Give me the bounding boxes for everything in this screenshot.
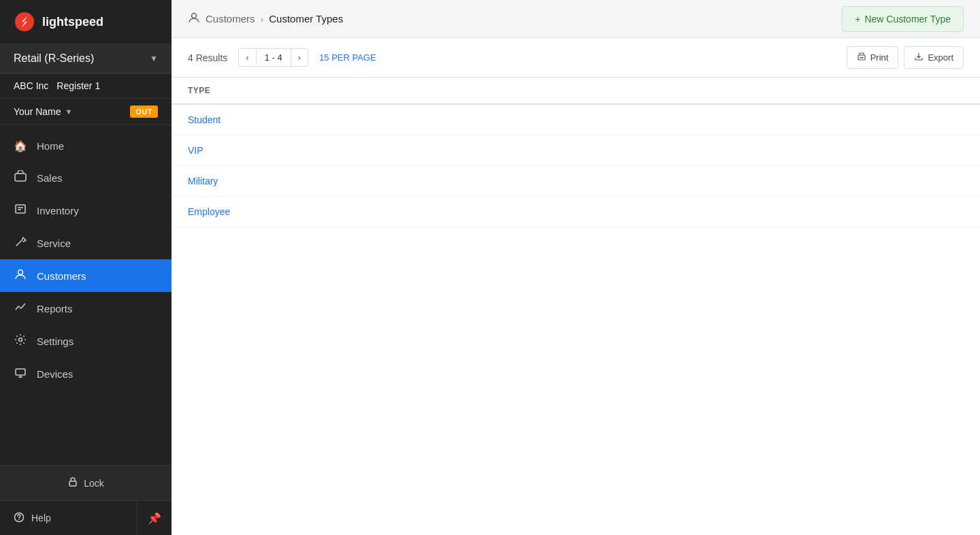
table-row: Student <box>172 104 980 135</box>
devices-icon <box>14 366 27 381</box>
sidebar-item-customers-label: Customers <box>37 270 86 282</box>
table-header-row: TYPE <box>172 78 980 104</box>
store-selector[interactable]: Retail (R-Series) ▼ <box>0 44 172 74</box>
table-row: Military <box>172 166 980 197</box>
results-bar: 4 Results ‹ 1 - 4 › 15 PER PAGE Print <box>172 38 980 78</box>
help-icon <box>14 512 24 525</box>
print-button[interactable]: Print <box>847 46 899 69</box>
table-row: VIP <box>172 135 980 166</box>
register-name: Register 1 <box>56 80 100 91</box>
page-prev-button[interactable]: ‹ <box>239 50 256 65</box>
type-column-header: TYPE <box>172 78 980 104</box>
breadcrumb-parent[interactable]: Customers <box>206 13 255 25</box>
export-label: Export <box>928 52 953 63</box>
sidebar-item-devices-label: Devices <box>37 368 73 380</box>
svg-point-9 <box>192 13 197 18</box>
home-icon: 🏠 <box>14 140 27 152</box>
pagination: ‹ 1 - 4 › <box>238 48 308 67</box>
company-name: ABC Inc <box>14 80 48 91</box>
svg-point-3 <box>18 270 23 275</box>
plus-icon: + <box>855 14 860 25</box>
sidebar-item-service-label: Service <box>37 238 71 249</box>
settings-icon <box>14 334 27 348</box>
pin-button[interactable]: 📌 <box>136 501 172 535</box>
user-chevron-icon: ▼ <box>65 108 73 116</box>
customer-type-link-0[interactable]: Student <box>188 114 220 125</box>
main-content: Customers › Customer Types + New Custome… <box>172 0 980 535</box>
sidebar-item-devices[interactable]: Devices <box>0 357 172 390</box>
lock-icon <box>67 476 78 489</box>
svg-rect-1 <box>15 174 26 181</box>
svg-point-0 <box>15 12 34 31</box>
svg-rect-5 <box>16 369 25 375</box>
breadcrumb-icon <box>188 12 200 27</box>
sidebar-item-settings[interactable]: Settings <box>0 325 172 357</box>
user-row: ABC Inc Register 1 <box>0 74 172 99</box>
customer-types-table: TYPE StudentVIPMilitaryEmployee <box>172 78 980 227</box>
customer-type-link-2[interactable]: Military <box>188 176 218 187</box>
svg-rect-11 <box>860 57 864 59</box>
nav-items: 🏠 Home Sales Inventory <box>0 125 172 465</box>
print-label: Print <box>870 52 889 63</box>
top-bar: Customers › Customer Types + New Custome… <box>172 0 980 38</box>
sidebar-item-settings-label: Settings <box>37 336 74 347</box>
user-info[interactable]: ABC Inc Register 1 <box>14 80 100 91</box>
sidebar-item-reports-label: Reports <box>37 303 73 314</box>
table-body: StudentVIPMilitaryEmployee <box>172 104 980 227</box>
export-icon <box>914 52 924 63</box>
print-icon <box>857 52 866 63</box>
svg-point-4 <box>19 338 22 342</box>
inventory-icon <box>14 203 27 218</box>
customer-type-link-1[interactable]: VIP <box>188 145 203 156</box>
export-button[interactable]: Export <box>904 46 964 69</box>
svg-rect-2 <box>16 205 25 213</box>
user-name: Your Name <box>14 106 61 117</box>
out-status-badge: OUT <box>130 106 158 118</box>
chevron-down-icon: ▼ <box>150 54 158 63</box>
sidebar-item-home-label: Home <box>37 140 64 152</box>
service-icon <box>14 236 27 250</box>
page-current: 1 - 4 <box>257 49 291 66</box>
logo-text: lightspeed <box>42 15 103 29</box>
sidebar-item-home[interactable]: 🏠 Home <box>0 131 172 161</box>
sidebar-item-inventory-label: Inventory <box>37 205 79 216</box>
sidebar-item-reports[interactable]: Reports <box>0 292 172 325</box>
sidebar: lightspeed Retail (R-Series) ▼ ABC Inc R… <box>0 0 172 535</box>
svg-rect-6 <box>69 481 76 486</box>
customer-types-table-container: TYPE StudentVIPMilitaryEmployee <box>172 78 980 535</box>
reports-icon <box>14 301 27 316</box>
user-name-display[interactable]: Your Name ▼ <box>14 106 72 117</box>
results-count: 4 Results <box>188 52 227 63</box>
store-name: Retail (R-Series) <box>14 52 94 65</box>
user-name-row: Your Name ▼ OUT <box>0 99 172 125</box>
sidebar-item-customers[interactable]: Customers <box>0 259 172 292</box>
per-page-link[interactable]: 15 PER PAGE <box>319 52 376 63</box>
sidebar-item-inventory[interactable]: Inventory <box>0 194 172 227</box>
results-actions: Print Export <box>847 46 964 69</box>
help-label: Help <box>31 513 51 523</box>
new-customer-type-label: New Customer Type <box>864 14 951 25</box>
table-row: Employee <box>172 197 980 227</box>
page-next-button[interactable]: › <box>291 50 308 65</box>
sidebar-item-sales-label: Sales <box>37 172 63 184</box>
sales-icon <box>14 170 27 185</box>
breadcrumb-current: Customer Types <box>269 13 343 25</box>
sidebar-logo[interactable]: lightspeed <box>0 0 172 44</box>
pin-icon: 📌 <box>148 512 161 525</box>
sidebar-item-service[interactable]: Service <box>0 227 172 259</box>
breadcrumb: Customers › Customer Types <box>188 12 343 27</box>
sidebar-bottom: Lock Help 📌 <box>0 465 172 535</box>
customers-icon <box>14 268 27 283</box>
customer-type-link-3[interactable]: Employee <box>188 206 230 217</box>
lock-label: Lock <box>84 478 104 489</box>
breadcrumb-separator: › <box>261 14 264 25</box>
help-row: Help 📌 <box>0 501 172 535</box>
lightspeed-logo-icon <box>14 11 35 33</box>
help-button[interactable]: Help <box>0 501 136 535</box>
svg-point-8 <box>18 519 20 520</box>
new-customer-type-button[interactable]: + New Customer Type <box>842 6 964 32</box>
sidebar-item-sales[interactable]: Sales <box>0 161 172 194</box>
lock-button[interactable]: Lock <box>0 466 172 501</box>
